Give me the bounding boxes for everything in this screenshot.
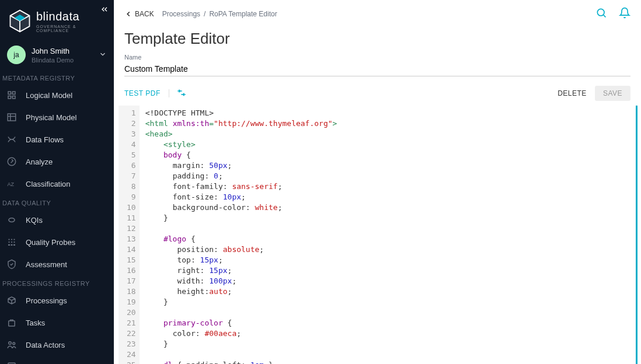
name-label: Name [124, 54, 630, 61]
bell-icon[interactable] [619, 7, 630, 20]
search-icon[interactable] [595, 7, 607, 20]
user-name: John Smith [32, 47, 99, 55]
breadcrumb-parent[interactable]: Processings [162, 10, 200, 18]
svg-rect-17 [9, 321, 15, 326]
chevron-down-icon [99, 50, 107, 60]
breadcrumb-current: RoPA Template Editor [209, 10, 277, 18]
nav-icon [6, 295, 18, 306]
svg-point-18 [9, 342, 12, 345]
collapse-sidebar-icon[interactable] [100, 5, 109, 16]
nav-icon [6, 89, 18, 101]
nav-label: Processings [26, 296, 67, 305]
sidebar-item-classification[interactable]: AZClassification [0, 173, 114, 195]
back-button[interactable]: BACK [124, 10, 154, 18]
nav-icon [6, 339, 18, 351]
svg-point-13 [13, 242, 15, 243]
sidebar-item-physical-model[interactable]: Physical Model [0, 106, 114, 128]
sidebar-item-processings[interactable]: Processings [0, 289, 114, 312]
delete-button[interactable]: DELETE [549, 86, 595, 101]
save-button[interactable]: SAVE [595, 86, 630, 101]
code-area[interactable]: <!DOCTYPE HTML><html xmlns:th="http://ww… [140, 106, 636, 364]
nav-icon [6, 361, 18, 364]
svg-point-11 [8, 242, 9, 243]
svg-text:AZ: AZ [8, 181, 15, 187]
name-input[interactable] [124, 62, 630, 76]
brand-tagline: GOVERNANCE & COMPLIANCE [36, 24, 107, 33]
nav-label: Data Flows [26, 135, 64, 144]
back-label: BACK [135, 10, 154, 18]
nav-icon [6, 236, 18, 248]
page-title: Template Editor [114, 26, 641, 54]
topbar: BACK Processings / RoPA Template Editor [114, 0, 641, 26]
nav-label: Tasks [26, 318, 45, 327]
svg-point-12 [11, 242, 12, 243]
svg-point-24 [597, 9, 604, 16]
sidebar: blindata GOVERNANCE & COMPLIANCE ja John… [0, 0, 114, 364]
nav-section-label: METADATA REGISTRY [0, 70, 114, 84]
sidebar-item-logical-model[interactable]: Logical Model [0, 84, 114, 106]
code-editor[interactable]: 1234567891011121314151617181920212223242… [119, 106, 637, 364]
nav-label: Classification [26, 180, 71, 188]
test-pdf-button[interactable]: TEST PDF [124, 89, 169, 97]
svg-point-8 [8, 239, 9, 240]
svg-rect-3 [8, 114, 16, 121]
user-org: Blindata Demo [32, 57, 99, 64]
sidebar-item-kqis[interactable]: KQIs [0, 209, 114, 231]
nav-icon [6, 317, 18, 328]
nav-label: Logical Model [26, 91, 72, 100]
sidebar-item-quality-probes[interactable]: Quality Probes [0, 231, 114, 253]
svg-point-19 [13, 342, 15, 345]
svg-rect-15 [11, 244, 13, 246]
sidebar-item-analyze[interactable]: Analyze [0, 150, 114, 173]
sidebar-item-assessment[interactable]: Assessment [0, 253, 114, 275]
nav-icon [6, 214, 18, 226]
svg-line-25 [604, 15, 606, 18]
nav-label: Analyze [26, 158, 53, 166]
svg-rect-16 [13, 244, 15, 246]
nav-icon: AZ [6, 178, 18, 190]
brand-mark-icon [7, 8, 33, 34]
nav-label: KQIs [26, 216, 43, 225]
main-content: BACK Processings / RoPA Template Editor … [114, 0, 641, 364]
nav-section-label: DATA QUALITY [0, 195, 114, 209]
nav-icon [6, 258, 18, 270]
brand-name: blindata [36, 10, 107, 23]
svg-rect-14 [8, 244, 10, 246]
nav-label: Quality Probes [26, 238, 75, 247]
svg-point-10 [13, 239, 15, 240]
avatar: ja [7, 46, 26, 64]
nav-icon [6, 134, 18, 145]
line-gutter: 1234567891011121314151617181920212223242… [119, 106, 140, 364]
sidebar-item-data-actors[interactable]: Data Actors [0, 334, 114, 356]
user-menu[interactable]: ja John Smith Blindata Demo [0, 40, 114, 70]
nav-label: Assessment [26, 260, 67, 269]
svg-point-9 [11, 239, 12, 240]
nav-section-label: PROCESSINGS REGISTRY [0, 275, 114, 289]
editor-toolbar: TEST PDF DELETE SAVE [114, 80, 641, 106]
nav-icon [6, 156, 18, 167]
sidebar-item-templates[interactable]: Templates [0, 356, 114, 364]
format-button[interactable] [176, 88, 187, 100]
nav-label: Physical Model [26, 113, 76, 122]
sidebar-item-data-flows[interactable]: Data Flows [0, 128, 114, 150]
nav-label: Data Actors [26, 341, 65, 349]
sidebar-item-tasks[interactable]: Tasks [0, 312, 114, 334]
brand-logo[interactable]: blindata GOVERNANCE & COMPLIANCE [0, 0, 114, 40]
nav-icon [6, 111, 18, 123]
